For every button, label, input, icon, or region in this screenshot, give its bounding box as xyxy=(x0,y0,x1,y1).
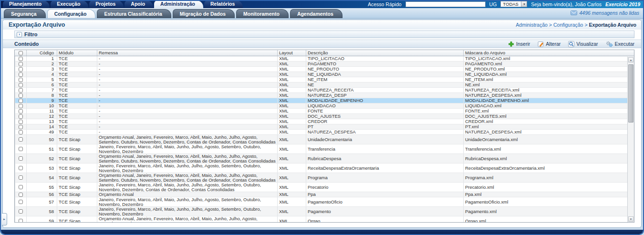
row-checkbox[interactable] xyxy=(19,156,23,161)
row-checkbox[interactable] xyxy=(19,209,23,214)
table-row[interactable]: 1TCE-XMLTIPO_LICITACAOTIPO_LICITACAO.xml xyxy=(15,56,634,61)
row-checkbox[interactable] xyxy=(19,104,23,108)
sub-tab-seguranca[interactable]: Segurança xyxy=(4,9,46,18)
row-checkbox[interactable] xyxy=(19,120,23,124)
row-checkbox[interactable] xyxy=(19,88,23,92)
sub-tab-configuracao[interactable]: Configuração xyxy=(47,9,96,18)
table-row[interactable]: 49TCE-XMLNATUREZA_DESPESANATUREZA_DESPES… xyxy=(15,130,634,135)
table-row[interactable]: 52TCE SicapOrçamento Anual, Janeiro, Fev… xyxy=(15,154,634,163)
row-select-cell xyxy=(15,216,26,222)
top-tab-relatorios[interactable]: Relatórios xyxy=(204,0,243,8)
table-row[interactable]: 2TCE-XMLPAGAMENTOPAGAMENTO.xml xyxy=(15,61,634,67)
table-row[interactable]: 55TCE SicapJaneiro, Fevereiro, Marco, Ab… xyxy=(15,183,634,192)
alterar-button[interactable]: Alterar xyxy=(538,41,561,47)
breadcrumb-item-administracao[interactable]: Administração xyxy=(516,22,548,28)
table-row[interactable]: 4TCE-XMLNE_LIQUIDADANE_LIQUIDADA.xml xyxy=(15,72,634,77)
table-row[interactable]: 7TCE-XMLNATUREZA_RECEITANATUREZA_RECEITA… xyxy=(15,88,634,93)
row-checkbox[interactable] xyxy=(19,114,23,119)
cell-remessa: Janeiro, Fevereiro, Marco, Abril, Maio, … xyxy=(97,207,277,216)
row-checkbox[interactable] xyxy=(19,62,23,66)
quick-access-input[interactable] xyxy=(405,1,486,7)
breadcrumb-item-configuracao[interactable]: Configuração xyxy=(553,22,583,28)
row-checkbox[interactable] xyxy=(19,109,23,113)
row-checkbox[interactable] xyxy=(19,125,23,129)
executar-button[interactable]: Executar xyxy=(606,41,634,47)
table-row[interactable]: 53TCE SicapJaneiro, Fevereiro, Marco, Ab… xyxy=(15,163,634,173)
table-row[interactable]: 57TCE SicapJaneiro, Fevereiro, Marco, Ab… xyxy=(15,197,634,207)
row-checkbox[interactable] xyxy=(19,78,23,82)
sub-tab-estrutura-classificatoria[interactable]: Estrutura Classificatória xyxy=(97,9,171,18)
table-row[interactable]: 59TCE SicapOrçamento Anual, Janeiro, Fev… xyxy=(15,216,634,222)
messages-badge[interactable]: 4496 mensagens não lidas xyxy=(571,10,639,16)
row-checkbox[interactable] xyxy=(19,193,23,197)
row-select-cell xyxy=(15,197,26,206)
top-navigation-bar: PlanejamentoExecuçãoProjetosApoioAdminis… xyxy=(0,0,644,8)
row-checkbox[interactable] xyxy=(19,175,23,180)
column-header-layout[interactable]: Layout xyxy=(277,50,306,56)
top-tab-administracao[interactable]: Administração xyxy=(154,0,203,8)
sub-tab-monitoramento[interactable]: Monitoramento xyxy=(236,9,289,18)
sidebar-collapse-handle[interactable]: ► xyxy=(2,213,7,225)
row-checkbox[interactable] xyxy=(19,72,23,77)
table-row[interactable]: 9TCE-XMLMODALIDADE_EMPENHOMODALIDADE_EMP… xyxy=(15,98,634,103)
row-checkbox[interactable] xyxy=(19,166,23,170)
sub-tab-migracao-de-dados[interactable]: Migração de Dados xyxy=(173,9,235,18)
row-checkbox[interactable] xyxy=(19,185,23,189)
row-checkbox[interactable] xyxy=(19,219,23,222)
row-checkbox[interactable] xyxy=(19,67,23,72)
row-checkbox[interactable] xyxy=(19,130,23,134)
table-row[interactable]: 6TCE-XMLNENE.xml xyxy=(15,82,634,88)
cell-mascara: Programa.xml xyxy=(463,173,634,182)
column-header-remessa[interactable]: Remessa xyxy=(97,50,277,56)
cell-modulo: TCE xyxy=(57,124,97,129)
column-header-modulo[interactable]: Módulo xyxy=(57,50,97,56)
top-tab-execucao[interactable]: Execução xyxy=(51,0,88,8)
row-checkbox[interactable] xyxy=(19,99,23,103)
inserir-button[interactable]: Inserir xyxy=(508,41,530,47)
ug-select[interactable]: TODAS ▼ xyxy=(500,1,527,7)
top-tab-planejamento[interactable]: Planejamento xyxy=(3,0,50,8)
table-row[interactable]: 5TCE-XMLNE_ITEMNE_ITEM.xml xyxy=(15,77,634,82)
table-row[interactable]: 3TCE-XMLNE_PRODUTONE_PRODUTO.xml xyxy=(15,67,634,72)
top-tab-apoio[interactable]: Apoio xyxy=(125,0,153,8)
table-row[interactable]: 56TCE SicapOrçamento AnualXMLPpaPpa.xml xyxy=(15,192,634,197)
table-row[interactable]: 51TCE SicapJaneiro, Fevereiro, Marco, Ab… xyxy=(15,144,634,154)
row-checkbox[interactable] xyxy=(19,147,23,151)
column-header-mascara-do-arquivo[interactable]: Máscara do Arquivo xyxy=(463,50,634,56)
row-checkbox[interactable] xyxy=(19,137,23,142)
cell-codigo: 54 xyxy=(26,173,57,182)
row-checkbox[interactable] xyxy=(19,200,23,204)
table-scrollbar[interactable]: ▲ ▼ xyxy=(627,57,634,222)
quick-access-label: Acesso Rápido xyxy=(368,1,402,7)
filter-section-toggle[interactable]: › Filtro xyxy=(14,31,634,38)
cell-codigo: 2 xyxy=(26,61,57,66)
cell-remessa: Janeiro, Fevereiro, Marco, Abril, Maio, … xyxy=(97,183,277,192)
select-all-checkbox[interactable] xyxy=(19,51,23,55)
scroll-up-icon[interactable]: ▲ xyxy=(628,57,634,62)
table-row[interactable]: 58TCE SicapJaneiro, Fevereiro, Marco, Ab… xyxy=(15,207,634,216)
envelope-icon xyxy=(571,10,577,15)
sub-tab-agendamentos[interactable]: Agendamentos xyxy=(290,9,343,18)
table-row[interactable]: 54TCE SicapOrçamento Anual, Janeiro, Fev… xyxy=(15,173,634,183)
table-row[interactable]: 11TCE-XMLFONTEFONTE.xml xyxy=(15,109,634,114)
row-checkbox[interactable] xyxy=(19,93,23,98)
cell-remessa: - xyxy=(97,114,277,119)
visualizar-button[interactable]: Visualizar xyxy=(568,41,598,47)
table-row[interactable]: 10TCE-XMLLIQUIDACAOLIQUIDACAO.xml xyxy=(15,103,634,109)
table-row[interactable]: 13TCE-XMLCREDORCREDOR.xml xyxy=(15,119,634,124)
table-row[interactable]: 8TCE-XMLNATUREZA_DESPNATUREZA_DESPESA.xm… xyxy=(15,93,634,98)
row-checkbox[interactable] xyxy=(19,57,23,61)
scroll-down-icon[interactable]: ▼ xyxy=(628,216,634,222)
top-tab-projetos[interactable]: Projetos xyxy=(89,0,124,8)
table-row[interactable]: 14TCE-XMLPTPT.xml xyxy=(15,124,634,130)
column-header-descricao[interactable]: Descrição xyxy=(306,50,463,56)
row-checkbox[interactable] xyxy=(19,83,23,87)
table-row[interactable]: 50TCE SicapOrçamento Anual, Janeiro, Fev… xyxy=(15,135,634,144)
cell-remessa: Orçamento Anual, Janeiro, Fevereiro, Mar… xyxy=(97,135,277,144)
cell-mascara: CREDOR.xml xyxy=(463,119,634,124)
column-header-codigo[interactable]: Código xyxy=(26,50,57,56)
cell-codigo: 6 xyxy=(26,82,57,87)
scrollbar-thumb[interactable] xyxy=(628,64,634,123)
row-select-cell xyxy=(15,183,26,192)
table-row[interactable]: 12TCE-XMLDOC_AJUSTESDOC_AJUSTES.xml xyxy=(15,114,634,119)
